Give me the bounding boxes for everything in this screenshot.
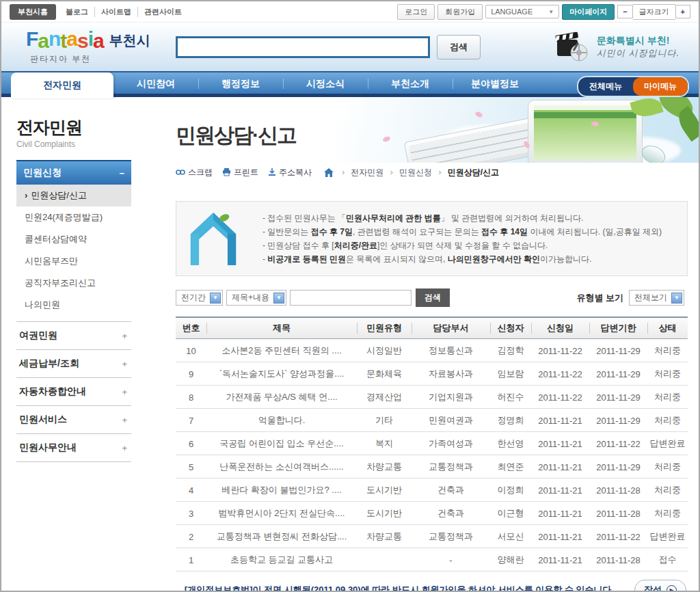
sidebar-item-my-minwon[interactable]: 나의민원 — [16, 294, 131, 316]
language-select-value: LANGUAGE — [491, 8, 533, 16]
breadcrumb: 스크랩 프린트 주소복사 › 전자민원 › 민원신청 — [159, 163, 700, 182]
cell-date: 2011-11-22 — [531, 386, 589, 409]
site-search-button[interactable]: 검색 — [437, 35, 481, 59]
cell-title[interactable]: 가전제품 무상A/S 혜택 언.... — [206, 386, 357, 409]
cell-title[interactable]: 억울합니다. — [206, 409, 357, 432]
sidebar-section-label: 민원신청 — [23, 167, 62, 179]
cell-deadline: 2011-11-28 — [589, 479, 647, 502]
login-button[interactable]: 로그인 — [397, 4, 435, 20]
breadcrumb-link-e-minwon[interactable]: 전자민원 — [351, 167, 383, 177]
sidebar-item-citizen-ombudsman[interactable]: 시민옴부즈만 — [16, 250, 131, 272]
cell-title[interactable]: 초등학교 등교길 교통사고 — [206, 548, 357, 571]
sidebar-item-callcenter-reservation[interactable]: 콜센터상담예약 — [16, 228, 131, 250]
write-button[interactable]: 작성 ▶ — [634, 580, 686, 592]
my-menu-button[interactable]: 마이메뉴 — [633, 77, 688, 96]
cell-date: 2011-11-21 — [531, 432, 589, 455]
tab-about-bucheon[interactable]: 부천소개 — [368, 72, 453, 95]
sidebar-item-minwon-counsel-report[interactable]: ›민원상담/신고 — [16, 185, 131, 206]
cell-applicant: 이근형 — [490, 502, 531, 525]
cell-deadline: 2011-11-28 — [589, 548, 647, 571]
header-promo: 문화특별시 부천! 시민이 시장입니다. — [554, 31, 686, 64]
table-header-row: 번호 제목 민원유형 담당부서 신청자 신청일 답변기한 상태 — [176, 317, 688, 339]
font-increase-button[interactable]: + — [675, 5, 690, 18]
chevron-down-icon: ▼ — [671, 293, 682, 304]
tab-citizen-participation[interactable]: 시민참여 — [113, 72, 198, 95]
sidebar-item-minwon24[interactable]: 민원24(제증명발급) — [16, 206, 131, 228]
signup-button[interactable]: 회원가입 — [438, 4, 483, 20]
collapse-icon: − — [119, 168, 124, 178]
cell-title[interactable]: 국공립 어린이집 입소 우선순.... — [206, 432, 357, 455]
info-line: - 일반문의는 접수 후 7일, 관련법령 해석이 요구되는 문의는 접수 후 … — [262, 225, 662, 239]
cell-title[interactable]: 범박휴먼시아 2단지 전실단속.... — [206, 502, 357, 525]
col-status: 상태 — [647, 317, 688, 339]
topbar-link-related-sites[interactable]: 관련사이트 — [137, 7, 182, 17]
breadcrumb-link-minwon-apply[interactable]: 민원신청 — [399, 167, 432, 177]
guidance-box: - 접수된 민원사무는 「민원사무처리에 관한 법률」 및 관련법령에 의거하여… — [176, 201, 688, 276]
chevron-down-icon: ▼ — [210, 293, 221, 304]
tab-admin-info[interactable]: 행정정보 — [198, 72, 283, 95]
cell-dept: 자료봉사과 — [412, 362, 490, 386]
logo-subtitle: 판타지아 부천 — [14, 53, 161, 65]
cell-type: 복지 — [357, 432, 412, 455]
sidebar-item-passport[interactable]: 여권민원+ — [16, 321, 131, 349]
sidebar-item-vehicle-info[interactable]: 자동차종합안내+ — [16, 377, 131, 405]
site-logo[interactable]: Fantasia 부천시 판타지아 부천 — [14, 29, 161, 65]
sidebar-item-minwon-guide[interactable]: 민원사무안내+ — [16, 433, 131, 462]
cell-no: 4 — [176, 479, 206, 502]
cell-no: 5 — [176, 455, 206, 479]
cell-applicant: 임보람 — [490, 362, 531, 386]
sidebar-item-official-corruption-report[interactable]: 공직자부조리신고 — [16, 272, 131, 294]
print-button[interactable]: 프린트 — [222, 167, 258, 178]
cell-title[interactable]: 난폭운전하는 소신여객버스...... — [206, 455, 357, 479]
site-search-input[interactable] — [176, 36, 430, 58]
font-decrease-button[interactable]: − — [617, 5, 632, 18]
sidebar-item-tax[interactable]: 세금납부/조회+ — [16, 349, 131, 377]
table-row: 5 난폭운전하는 소신여객버스...... 차량교통 교통정책과 최연준 201… — [176, 455, 688, 479]
page-banner: 민원상담·신고 — [159, 97, 700, 163]
cell-title[interactable]: 베란다 확장이 불법인가요? .... — [206, 479, 357, 502]
tab-e-minwon[interactable]: 전자민원 — [11, 72, 113, 98]
all-menu-button[interactable]: 전체메뉴 — [578, 77, 633, 96]
cell-date: 2011-11-22 — [531, 362, 589, 386]
search-field-select[interactable]: 제목+내용 ▼ — [226, 290, 286, 306]
period-select[interactable]: 전기간 ▼ — [176, 290, 223, 306]
font-size-label: 글자크기 — [633, 4, 675, 20]
mypage-button[interactable]: 마이페이지 — [562, 4, 615, 20]
cell-title[interactable]: `독서논술지도사` 양성과정을.... — [206, 362, 357, 386]
table-row: 1 초등학교 등교길 교통사고 - 양해란 2011-11-21 2011-11… — [176, 548, 688, 571]
scrap-button[interactable]: 스크랩 — [176, 167, 213, 178]
sidebar-item-minwon-service[interactable]: 민원서비스+ — [16, 405, 131, 433]
cell-title[interactable]: 소사본2동 주민센터 직원의 .... — [206, 339, 357, 362]
table-row: 10 소사본2동 주민센터 직원의 .... 시정일반 정보통신과 김정학 20… — [176, 339, 688, 362]
main-content: 민원상담·신고 스크랩 프린트 주소복사 — [159, 97, 700, 592]
topbar-link-sitemap[interactable]: 사이트맵 — [94, 7, 131, 17]
cell-date: 2011-11-21 — [531, 455, 589, 479]
cell-title[interactable]: 교통정책과 변현정씨 전화상담.... — [206, 525, 357, 548]
topbar-link-blog[interactable]: 블로그 — [66, 7, 88, 17]
cell-deadline: 2011-11-29 — [589, 409, 647, 432]
cell-applicant: 서모신 — [490, 525, 531, 548]
tab-city-news[interactable]: 시정소식 — [283, 72, 368, 95]
type-view-select[interactable]: 전체보기 ▼ — [629, 290, 684, 306]
keyword-input[interactable] — [290, 290, 412, 306]
cell-no: 8 — [176, 386, 206, 409]
home-icon[interactable] — [324, 168, 334, 177]
cell-date: 2011-11-21 — [531, 409, 589, 432]
list-search-button[interactable]: 검색 — [416, 288, 450, 307]
cell-dept: 기업지원과 — [412, 386, 490, 409]
bucheon-home-button[interactable]: 부천시홈 — [10, 4, 56, 20]
cell-date: 2011-11-21 — [531, 502, 589, 525]
top-utility-right: 로그인 회원가입 LANGUAGE ▼ 마이페이지 − 글자크기 + — [397, 4, 690, 20]
cell-applicant: 한선영 — [490, 432, 531, 455]
page: 부천시홈 블로그 사이트맵 관련사이트 로그인 회원가입 LANGUAGE ▼ … — [0, 0, 700, 592]
cell-no: 9 — [176, 362, 206, 386]
sidebar-section-minwon-apply[interactable]: 민원신청 − — [16, 160, 131, 185]
copy-url-button[interactable]: 주소복사 — [268, 167, 312, 178]
table-row: 3 범박휴먼시아 2단지 전실단속.... 도시기반 건축과 이근형 2011-… — [176, 502, 688, 525]
monitor-image — [528, 100, 643, 163]
table-row: 9 `독서논술지도사` 양성과정을.... 문화체육 자료봉사과 임보람 201… — [176, 362, 688, 386]
page-title: 민원상담·신고 — [176, 122, 296, 150]
tab-sector-info[interactable]: 분야별정보 — [453, 72, 537, 95]
language-select[interactable]: LANGUAGE ▼ — [485, 5, 559, 18]
cell-no: 2 — [176, 525, 206, 548]
